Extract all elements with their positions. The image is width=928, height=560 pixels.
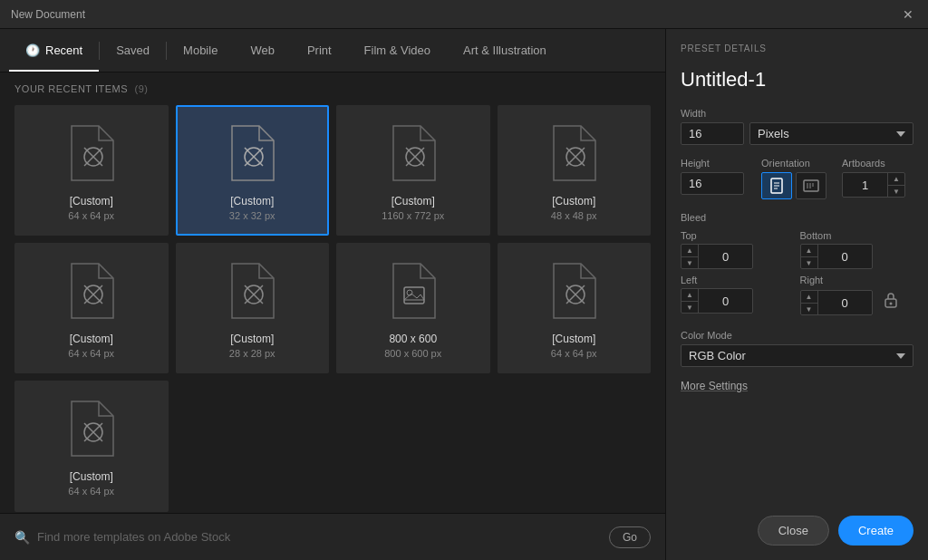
tab-mobile[interactable]: Mobile — [167, 29, 234, 72]
bleed-label: Bleed — [681, 212, 914, 223]
bleed-top-field: Top ▲ ▼ 0 — [681, 230, 795, 269]
tab-film[interactable]: Film & Video — [348, 29, 447, 72]
color-mode-select[interactable]: RGB Color CMYK Color Grayscale — [681, 344, 914, 367]
artboards-label: Artboards — [842, 158, 914, 169]
item-icon-6 — [382, 259, 445, 323]
window-title: New Document — [11, 8, 85, 21]
artboards-decrement-button[interactable]: ▼ — [888, 185, 904, 197]
tabs-bar: 🕐 Recent Saved Mobile Web Print Film & V… — [0, 29, 665, 72]
item-icon-3 — [542, 121, 605, 185]
bleed-right-label: Right — [800, 275, 914, 285]
tab-saved[interactable]: Saved — [100, 29, 166, 72]
item-icon-2 — [382, 121, 445, 185]
bleed-left-decrement[interactable]: ▼ — [682, 301, 698, 313]
bleed-bottom-label: Bottom — [800, 230, 914, 241]
width-unit-select[interactable]: Pixels Inches Centimeters Millimeters Po… — [749, 122, 914, 145]
bleed-top-stepper: ▲ ▼ 0 — [681, 244, 753, 269]
item-icon-0 — [60, 121, 123, 185]
right-panel: PRESET DETAILS Width Pixels Inches Centi… — [665, 29, 928, 560]
height-field: Height — [681, 158, 752, 199]
bleed-left-increment[interactable]: ▲ — [682, 289, 698, 301]
bleed-left-value: 0 — [699, 291, 752, 312]
item-icon-4 — [60, 259, 123, 323]
tab-print[interactable]: Print — [291, 29, 348, 72]
clock-icon: 🕐 — [25, 43, 40, 57]
width-field: Width Pixels Inches Centimeters Millimet… — [681, 108, 914, 145]
link-bleed-button[interactable] — [878, 288, 904, 314]
landscape-orientation-button[interactable] — [796, 172, 826, 199]
close-button[interactable]: Close — [758, 516, 829, 546]
bleed-right-decrement[interactable]: ▼ — [801, 303, 817, 314]
artboards-field: Artboards 1 ▲ ▼ — [842, 158, 914, 199]
svg-point-35 — [889, 303, 892, 305]
more-settings-link[interactable]: More Settings — [681, 380, 914, 392]
bleed-right-field: Right ▲ ▼ 0 — [800, 275, 914, 317]
go-button[interactable]: Go — [609, 526, 651, 548]
bleed-left-field: Left ▲ ▼ 0 — [681, 275, 795, 314]
recent-item-4[interactable]: [Custom] 64 x 64 px — [14, 243, 169, 373]
recent-item-1[interactable]: [Custom] 32 x 32 px — [176, 105, 330, 236]
item-icon-8 — [60, 397, 123, 460]
bleed-right-stepper: ▲ ▼ 0 — [800, 290, 873, 315]
item-icon-7 — [542, 259, 605, 323]
bleed-right-value: 0 — [818, 293, 872, 314]
bleed-section: Bleed Top ▲ ▼ 0 Botto — [681, 212, 914, 317]
section-title: YOUR RECENT ITEMS (9) — [14, 83, 651, 94]
recent-item-6[interactable]: 800 x 600 800 x 600 px — [336, 243, 490, 373]
tab-art[interactable]: Art & Illustration — [447, 29, 563, 72]
bleed-top-decrement[interactable]: ▼ — [682, 256, 698, 268]
create-button[interactable]: Create — [838, 516, 914, 546]
bleed-bottom-stepper: ▲ ▼ 0 — [800, 244, 873, 269]
item-icon-1 — [220, 121, 284, 185]
bleed-top-increment[interactable]: ▲ — [682, 245, 698, 256]
orientation-label: Orientation — [761, 158, 833, 169]
title-bar: New Document ✕ — [0, 0, 928, 29]
recent-item-3[interactable]: [Custom] 48 x 48 px — [498, 105, 652, 236]
window-close-button[interactable]: ✕ — [899, 5, 917, 24]
color-mode-field: Color Mode RGB Color CMYK Color Grayscal… — [681, 330, 914, 367]
recent-item-2[interactable]: [Custom] 1160 x 772 px — [336, 105, 490, 236]
bleed-left-label: Left — [681, 275, 795, 285]
height-label: Height — [681, 158, 752, 169]
bleed-left-stepper: ▲ ▼ 0 — [681, 288, 753, 314]
preset-section-label: PRESET DETAILS — [681, 43, 914, 53]
preset-name-input[interactable] — [681, 68, 914, 92]
search-bar: 🔍 Go — [0, 513, 665, 560]
item-icon-5 — [220, 259, 284, 323]
bleed-bottom-increment[interactable]: ▲ — [801, 245, 817, 256]
tab-recent[interactable]: 🕐 Recent — [9, 29, 99, 72]
bleed-bottom-field: Bottom ▲ ▼ 0 — [800, 230, 914, 269]
action-row: Close Create — [681, 508, 914, 546]
orientation-field: Orientation — [761, 158, 833, 199]
bleed-bottom-decrement[interactable]: ▼ — [801, 256, 817, 268]
width-label: Width — [681, 108, 914, 119]
search-icon: 🔍 — [14, 530, 30, 545]
color-mode-label: Color Mode — [681, 330, 914, 341]
recent-item-0[interactable]: [Custom] 64 x 64 px — [14, 105, 169, 236]
artboards-stepper: 1 ▲ ▼ — [842, 172, 905, 198]
main-container: 🕐 Recent Saved Mobile Web Print Film & V… — [0, 29, 928, 560]
portrait-orientation-button[interactable] — [761, 172, 792, 199]
items-grid: [Custom] 64 x 64 px — [14, 105, 651, 512]
artboards-increment-button[interactable]: ▲ — [888, 173, 904, 185]
recent-item-7[interactable]: [Custom] 64 x 64 px — [498, 243, 652, 373]
stock-search-input[interactable] — [37, 530, 602, 544]
svg-rect-30 — [804, 180, 818, 191]
recent-item-5[interactable]: [Custom] 28 x 28 px — [176, 243, 330, 373]
bleed-bottom-value: 0 — [818, 246, 872, 267]
bleed-top-label: Top — [681, 230, 795, 241]
bleed-right-increment[interactable]: ▲ — [801, 291, 817, 303]
recent-section: YOUR RECENT ITEMS (9) — [0, 72, 665, 513]
tab-web[interactable]: Web — [234, 29, 291, 72]
left-panel: 🕐 Recent Saved Mobile Web Print Film & V… — [0, 29, 665, 560]
bleed-top-value: 0 — [699, 246, 752, 267]
height-input[interactable] — [681, 172, 744, 195]
width-input[interactable] — [681, 122, 744, 145]
artboards-value: 1 — [843, 175, 887, 196]
recent-item-8[interactable]: [Custom] 64 x 64 px — [14, 381, 169, 511]
